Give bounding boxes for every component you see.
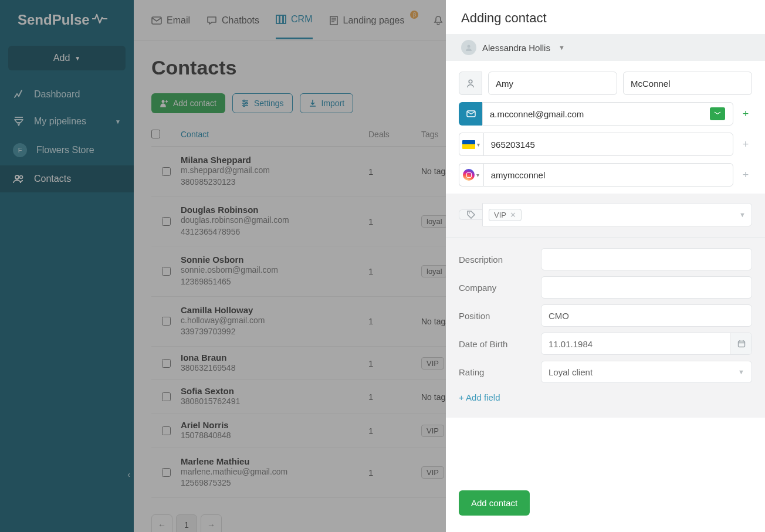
owner-name: Alessandra Hollis [482, 43, 550, 53]
add-email-button[interactable]: + [739, 102, 752, 126]
email-verified-icon [710, 107, 725, 120]
email-input[interactable] [482, 102, 733, 126]
owner-avatar-icon [461, 40, 476, 55]
caret-down-icon: ▾ [477, 141, 480, 148]
flag-ua-icon [462, 140, 475, 149]
country-select[interactable]: ▾ [459, 133, 483, 156]
button-label: Add contact [471, 498, 517, 508]
submit-add-contact-button[interactable]: Add contact [459, 490, 530, 516]
svg-rect-16 [738, 341, 744, 347]
social-network-select[interactable]: ▾ [459, 163, 483, 187]
description-label: Description [459, 255, 541, 265]
dob-label: Date of Birth [459, 339, 541, 349]
tag-label: VIP [494, 211, 506, 219]
first-name-input[interactable] [488, 72, 617, 95]
add-contact-drawer: Adding contact Alessandra Hollis ▼ [446, 0, 765, 532]
instagram-icon [463, 169, 475, 181]
rating-select[interactable]: Loyal client ▼ [541, 361, 752, 383]
add-phone-button[interactable]: + [739, 133, 752, 156]
position-input[interactable] [541, 304, 752, 327]
remove-tag-button[interactable]: ✕ [510, 211, 516, 219]
add-social-button[interactable]: + [739, 163, 752, 187]
svg-point-11 [468, 45, 470, 48]
social-input[interactable] [483, 163, 733, 187]
email-icon [459, 102, 482, 126]
tag-chip: VIP ✕ [489, 209, 522, 221]
svg-point-15 [469, 212, 470, 214]
last-name-input[interactable] [623, 72, 752, 95]
person-icon [459, 72, 482, 95]
tags-select[interactable]: VIP ✕ ▼ [482, 203, 752, 226]
rating-label: Rating [459, 367, 541, 377]
company-input[interactable] [541, 276, 752, 299]
add-field-link[interactable]: + Add field [459, 389, 500, 406]
calendar-icon[interactable] [730, 333, 752, 354]
chevron-down-icon: ▼ [558, 44, 565, 51]
divider [446, 237, 765, 238]
position-label: Position [459, 311, 541, 321]
svg-point-12 [469, 80, 472, 83]
tag-icon [459, 209, 482, 220]
caret-down-icon: ▼ [738, 368, 744, 375]
description-input[interactable] [541, 248, 752, 270]
rating-value: Loyal client [549, 367, 593, 377]
dob-input[interactable] [541, 333, 752, 355]
drawer-title: Adding contact [446, 0, 765, 34]
owner-select[interactable]: Alessandra Hollis ▼ [446, 34, 765, 61]
caret-down-icon: ▼ [739, 211, 746, 218]
phone-input[interactable] [483, 133, 733, 156]
company-label: Company [459, 283, 541, 293]
caret-down-icon: ▾ [476, 172, 479, 178]
